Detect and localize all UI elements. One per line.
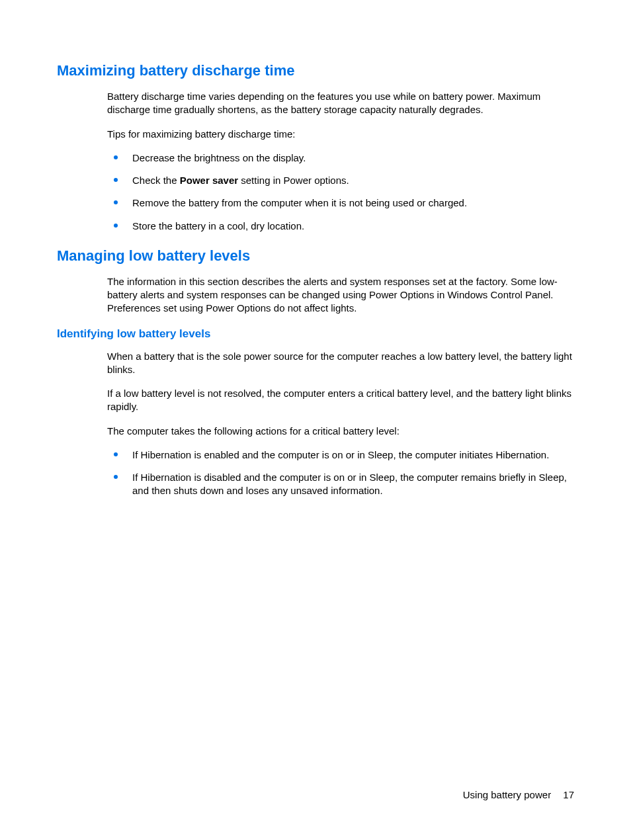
list-item: Decrease the brightness on the display. — [107, 151, 574, 165]
section1-tips-intro: Tips for maximizing battery discharge ti… — [107, 128, 574, 141]
subsection-para3: The computer takes the following actions… — [107, 425, 574, 438]
section-heading-managing: Managing low battery levels — [57, 247, 574, 265]
subsection-para1: When a battery that is the sole power so… — [107, 350, 574, 377]
list-item: Remove the battery from the computer whe… — [107, 196, 574, 210]
list-item: Store the battery in a cool, dry locatio… — [107, 220, 574, 233]
footer-label: Using battery power — [463, 789, 551, 800]
section1-para1: Battery discharge time varies depending … — [107, 90, 574, 117]
subsection-para2: If a low battery level is not resolved, … — [107, 387, 574, 414]
subsection-heading-identifying: Identifying low battery levels — [57, 327, 574, 341]
subsection-actions-list: If Hibernation is enabled and the comput… — [107, 448, 574, 498]
section-heading-maximizing: Maximizing battery discharge time — [57, 62, 574, 79]
section1-tips-list: Decrease the brightness on the display. … — [107, 151, 574, 233]
page-number: 17 — [563, 789, 574, 800]
section2-para1: The information in this section describe… — [107, 275, 574, 315]
list-item: Check the Power saver setting in Power o… — [107, 174, 574, 187]
page-footer: Using battery power 17 — [463, 789, 574, 800]
list-item: If Hibernation is disabled and the compu… — [107, 471, 574, 498]
list-item: If Hibernation is enabled and the comput… — [107, 448, 574, 462]
